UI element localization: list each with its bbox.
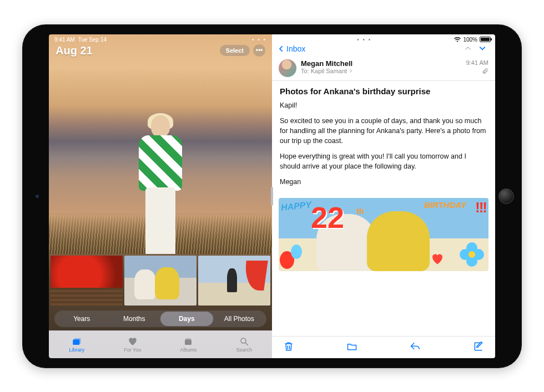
prev-message-button[interactable] xyxy=(461,44,475,54)
tab-library[interactable]: Library xyxy=(49,331,105,358)
reply-arrow-icon xyxy=(410,341,421,352)
tab-label: Albums xyxy=(180,347,197,353)
screen: 9:41 AM Tue Sep 14 • • • Aug 21 Select •… xyxy=(49,34,495,358)
mail-header-meta: Megan Mitchell To: Kapil Samant 9:41 AM xyxy=(272,57,495,81)
to-name: Kapil Samant xyxy=(311,68,347,74)
status-bar-right-pane: • • • 100% xyxy=(272,34,495,43)
status-bar-left-pane: 9:41 AM Tue Sep 14 • • • xyxy=(49,34,272,43)
photo-thumbnail[interactable] xyxy=(51,256,123,306)
message-time: 9:41 AM xyxy=(466,59,488,66)
back-button[interactable]: Inbox xyxy=(278,44,305,53)
chevron-right-icon xyxy=(349,69,353,73)
split-view-divider-handle[interactable] xyxy=(271,187,273,206)
photos-date-title: Aug 21 xyxy=(56,44,93,57)
sender-avatar[interactable] xyxy=(279,59,296,77)
sender-name[interactable]: Megan Mitchell xyxy=(301,59,353,68)
compose-icon xyxy=(473,341,484,352)
balloon-doodle-icon xyxy=(291,245,302,259)
wifi-icon xyxy=(454,37,461,42)
status-time: 9:41 AM xyxy=(54,37,75,43)
ipad-device-frame: 9:41 AM Tue Sep 14 • • • Aug 21 Select •… xyxy=(22,24,522,368)
tab-search[interactable]: Search xyxy=(216,331,273,358)
body-paragraph: Kapil! xyxy=(280,100,487,110)
svg-rect-3 xyxy=(186,338,191,339)
tab-label: For You xyxy=(124,347,141,353)
compose-button[interactable] xyxy=(473,341,484,354)
status-date: Tue Sep 14 xyxy=(78,37,107,43)
multitask-indicator-icon[interactable]: • • • xyxy=(357,37,371,43)
next-message-button[interactable] xyxy=(475,44,490,54)
chevron-up-icon xyxy=(464,44,472,52)
to-prefix: To: xyxy=(301,68,309,74)
doodle-text: BIRTHDAY xyxy=(424,200,466,210)
back-label: Inbox xyxy=(286,44,305,53)
search-icon xyxy=(239,337,250,347)
multitask-indicator-icon[interactable]: • • • xyxy=(252,37,266,43)
body-paragraph: So excited to see you in a couple of day… xyxy=(280,116,487,146)
body-paragraph: Hope everything is great with you! I'll … xyxy=(280,151,487,171)
photo-thumbnail[interactable] xyxy=(124,256,197,306)
mail-app-pane: • • • 100% Inbox xyxy=(272,34,495,358)
view-mode-segmented-control[interactable]: Years Months Days All Photos xyxy=(54,310,266,327)
more-options-button[interactable]: ••• xyxy=(253,44,265,57)
hero-photo[interactable] xyxy=(49,59,272,254)
photo-thumbnail-row xyxy=(49,254,272,307)
mail-body: Kapil! So excited to see you in a couple… xyxy=(272,98,495,195)
segment-months[interactable]: Months xyxy=(108,312,161,326)
segment-years[interactable]: Years xyxy=(56,312,108,326)
tab-albums[interactable]: Albums xyxy=(160,331,216,358)
photo-stack-icon xyxy=(71,337,82,347)
mail-nav-bar: Inbox xyxy=(272,43,495,57)
svg-rect-1 xyxy=(74,338,81,344)
attachment-icon xyxy=(482,68,488,74)
home-button[interactable] xyxy=(498,189,514,204)
select-button[interactable]: Select xyxy=(220,45,250,56)
ellipsis-icon: ••• xyxy=(256,47,263,54)
svg-rect-2 xyxy=(185,339,192,345)
mail-attachment-image[interactable]: HAPPY 22 th BIRTHDAY !!! xyxy=(279,198,488,271)
tab-label: Library xyxy=(69,347,84,353)
doodle-text: 22 xyxy=(311,200,344,235)
segment-all-photos[interactable]: All Photos xyxy=(213,312,266,326)
chevron-left-icon xyxy=(278,45,285,53)
chevron-down-icon xyxy=(478,44,486,52)
doodle-text: th xyxy=(356,207,364,216)
doodle-text: !!! xyxy=(475,199,486,216)
photo-thumbnail[interactable] xyxy=(198,256,270,306)
battery-icon xyxy=(480,37,491,42)
reply-button[interactable] xyxy=(410,341,421,354)
tab-label: Search xyxy=(236,347,252,353)
photos-header: Aug 21 Select ••• xyxy=(49,43,272,59)
svg-point-4 xyxy=(241,338,246,343)
flower-doodle-icon xyxy=(460,242,484,267)
move-button[interactable] xyxy=(346,341,357,354)
album-stack-icon xyxy=(183,337,194,347)
folder-icon xyxy=(346,341,357,352)
delete-button[interactable] xyxy=(283,341,294,354)
photos-app-pane: 9:41 AM Tue Sep 14 • • • Aug 21 Select •… xyxy=(49,34,272,358)
doodle-text: HAPPY xyxy=(280,200,312,213)
segment-days[interactable]: Days xyxy=(160,312,213,326)
heart-doodle-icon xyxy=(431,252,444,264)
svg-line-5 xyxy=(245,343,248,345)
photos-tab-bar: Library For You Albums Search xyxy=(49,330,272,358)
recipient-line[interactable]: To: Kapil Samant xyxy=(301,68,353,74)
mail-subject: Photos for Ankana's birthday surprise xyxy=(272,81,495,98)
mail-toolbar xyxy=(272,336,495,358)
person-silhouette xyxy=(124,115,197,254)
tab-for-you[interactable]: For You xyxy=(105,331,161,358)
trash-icon xyxy=(283,341,294,352)
front-camera xyxy=(36,195,39,198)
battery-percent: 100% xyxy=(463,37,477,43)
heart-person-icon xyxy=(127,337,138,347)
body-signature: Megan xyxy=(280,177,487,187)
